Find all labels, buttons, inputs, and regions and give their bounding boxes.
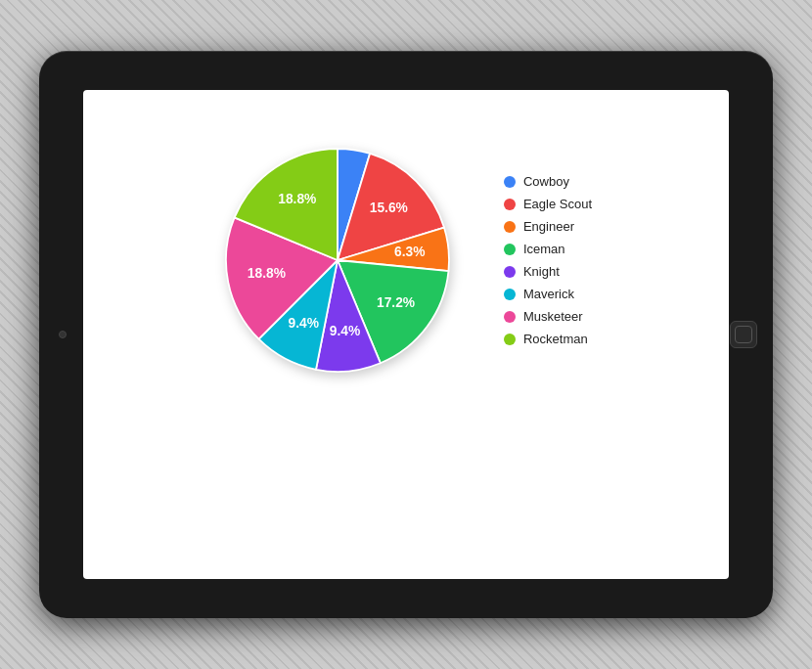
pie-svg: 15.6%6.3%17.2%9.4%9.4%18.8%18.8% — [220, 143, 455, 378]
legend-label-knight: Knight — [523, 264, 560, 279]
legend-label-maverick: Maverick — [523, 287, 574, 301]
home-button-inner — [735, 326, 752, 343]
chart-area: 15.6%6.3%17.2%9.4%9.4%18.8%18.8% CowboyE… — [103, 143, 709, 378]
legend-dot-cowboy — [504, 176, 516, 188]
legend-label-engineer: Engineer — [523, 219, 574, 234]
tablet-device: 15.6%6.3%17.2%9.4%9.4%18.8%18.8% CowboyE… — [39, 51, 773, 618]
pie-label-knight: 9.4% — [330, 324, 360, 338]
legend-label-iceman: Iceman — [523, 242, 565, 256]
legend-item-cowboy: Cowboy — [504, 174, 592, 189]
legend-item-engineer: Engineer — [504, 219, 592, 234]
pie-chart: 15.6%6.3%17.2%9.4%9.4%18.8%18.8% — [220, 143, 455, 378]
legend-dot-musketeer — [504, 311, 516, 323]
legend-item-musketeer: Musketeer — [504, 309, 592, 324]
camera-icon — [59, 331, 67, 338]
home-button[interactable] — [730, 321, 757, 348]
pie-label-engineer: 6.3% — [394, 245, 425, 259]
legend-item-knight: Knight — [504, 264, 592, 279]
legend: CowboyEagle ScoutEngineerIcemanKnightMav… — [504, 174, 592, 346]
pie-label-maverick: 9.4% — [288, 316, 318, 331]
legend-item-eagle-scout: Eagle Scout — [504, 197, 592, 211]
legend-dot-engineer — [504, 221, 516, 233]
pie-label-musketeer: 18.8% — [248, 266, 286, 281]
legend-label-rocketman: Rocketman — [523, 332, 588, 346]
legend-label-musketeer: Musketeer — [523, 309, 583, 324]
legend-dot-knight — [504, 266, 516, 278]
legend-item-rocketman: Rocketman — [504, 332, 592, 346]
legend-dot-eagle-scout — [504, 199, 516, 210]
screen: 15.6%6.3%17.2%9.4%9.4%18.8%18.8% CowboyE… — [83, 90, 729, 579]
legend-dot-rocketman — [504, 334, 516, 345]
legend-dot-maverick — [504, 289, 516, 300]
pie-label-eagle-scout: 15.6% — [370, 201, 408, 215]
legend-label-cowboy: Cowboy — [523, 174, 569, 189]
legend-label-eagle-scout: Eagle Scout — [523, 197, 592, 211]
legend-item-iceman: Iceman — [504, 242, 592, 256]
pie-label-iceman: 17.2% — [377, 295, 415, 310]
pie-label-rocketman: 18.8% — [278, 192, 316, 206]
legend-dot-iceman — [504, 244, 516, 255]
legend-item-maverick: Maverick — [504, 287, 592, 301]
